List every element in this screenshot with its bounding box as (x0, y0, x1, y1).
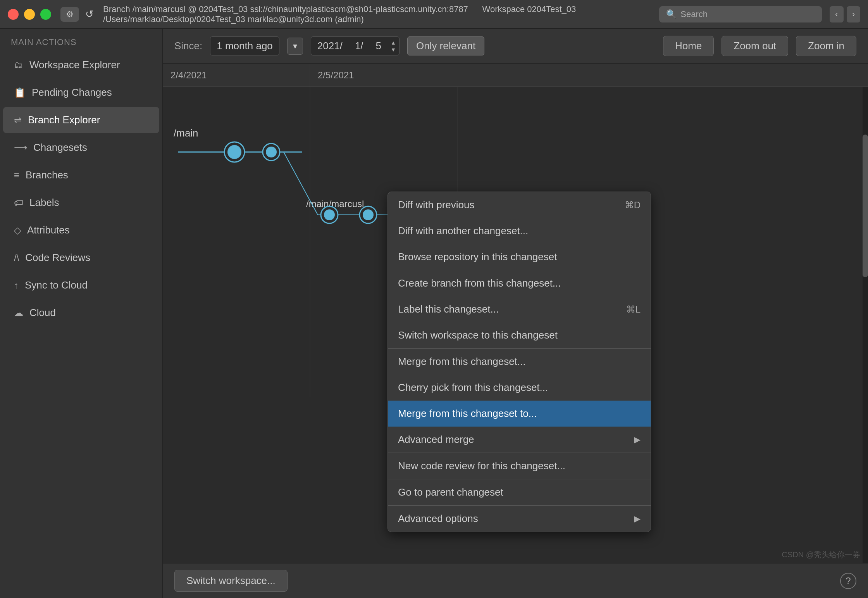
label-changeset-shortcut: ⌘L (626, 304, 641, 315)
only-relevant-button[interactable]: Only relevant (407, 36, 484, 55)
advanced-options-arrow: ▶ (634, 514, 641, 524)
date-month: 1/ (349, 37, 370, 55)
context-menu-diff-another[interactable]: Diff with another changeset... (388, 218, 651, 244)
switch-workspace-label: Switch workspace to this changeset (398, 329, 558, 341)
context-menu-section-6: Advanced options ▶ (388, 506, 651, 532)
svg-point-14 (363, 209, 374, 220)
sidebar-item-workspace-explorer[interactable]: 🗂 Workspace Explorer (3, 52, 159, 78)
since-label: Since: (174, 40, 202, 52)
context-menu-create-branch[interactable]: Create branch from this changeset... (388, 270, 651, 296)
context-menu-label-changeset[interactable]: Label this changeset... ⌘L (388, 296, 651, 322)
attributes-icon: ◇ (14, 225, 21, 236)
sidebar-item-changesets[interactable]: ⟶ Changesets (3, 135, 159, 161)
sidebar-label-attributes: Attributes (27, 224, 70, 236)
advanced-merge-arrow: ▶ (634, 435, 641, 445)
sidebar-label-branches: Branches (26, 169, 68, 181)
maximize-button[interactable] (40, 9, 51, 20)
branch-label: Branch (103, 4, 130, 14)
context-menu-switch-workspace[interactable]: Switch workspace to this changeset (388, 322, 651, 348)
minimize-button[interactable] (24, 9, 35, 20)
context-menu-browse-repo[interactable]: Browse repository in this changeset (388, 244, 651, 270)
merge-from-label: Merge from this changeset... (398, 356, 525, 368)
search-box[interactable]: 🔍 Search (659, 6, 822, 22)
advanced-options-label: Advanced options (398, 513, 478, 525)
scrollbar-thumb[interactable] (863, 135, 868, 277)
home-button[interactable]: Home (663, 36, 714, 56)
since-dropdown[interactable]: ▾ (287, 38, 303, 55)
sidebar-item-cloud[interactable]: ☁ Cloud (3, 300, 159, 326)
create-branch-label: Create branch from this changeset... (398, 277, 561, 289)
nav-forward-button[interactable]: › (847, 6, 860, 22)
label-changeset-label: Label this changeset... (398, 303, 499, 315)
cherry-pick-label: Cherry pick from this changeset... (398, 382, 548, 394)
sidebar-item-pending-changes[interactable]: 📋 Pending Changes (3, 80, 159, 105)
sidebar-label-workspace-explorer: Workspace Explorer (29, 59, 120, 71)
sidebar-item-sync-to-cloud[interactable]: ↑ Sync to Cloud (3, 272, 159, 298)
labels-icon: 🏷 (14, 197, 23, 208)
date-col-2: 2/5/2021 (310, 64, 457, 86)
context-menu-section-5: Go to parent changeset (388, 479, 651, 506)
sidebar-label-cloud: Cloud (29, 307, 56, 319)
zoom-out-button[interactable]: Zoom out (722, 36, 788, 56)
scrollbar-track[interactable] (863, 87, 868, 563)
pending-icon: 📋 (14, 87, 26, 98)
search-area: 🔍 Search ‹ › (659, 6, 860, 22)
toolbar: Since: 1 month ago ▾ 2021/ 1/ 5 ▲ ▼ Only… (163, 29, 868, 64)
bottom-bar: Switch workspace... ? (163, 563, 868, 598)
context-menu-go-to-parent[interactable]: Go to parent changeset (388, 479, 651, 505)
sync-icon: ↑ (14, 280, 19, 291)
sidebar: Main Actions 🗂 Workspace Explorer 📋 Pend… (0, 29, 163, 598)
help-button[interactable]: ? (840, 573, 856, 589)
date-spinbox-arrows[interactable]: ▲ ▼ (388, 39, 399, 53)
nav-arrows: ‹ › (830, 6, 860, 22)
gear-button[interactable]: ⚙ (60, 7, 79, 22)
context-menu-merge-to[interactable]: Merge from this changeset to... (388, 401, 651, 427)
search-input[interactable]: Search (680, 9, 708, 19)
context-menu-diff-previous[interactable]: Diff with previous ⌘D (388, 192, 651, 218)
context-menu-advanced-merge[interactable]: Advanced merge ▶ (388, 427, 651, 453)
context-menu-merge-from[interactable]: Merge from this changeset... (388, 349, 651, 375)
svg-point-11 (324, 209, 335, 220)
sidebar-section-label: Main Actions (0, 29, 162, 51)
sidebar-label-code-reviews: Code Reviews (25, 252, 90, 264)
context-menu-advanced-options[interactable]: Advanced options ▶ (388, 506, 651, 532)
merge-to-label: Merge from this changeset to... (398, 408, 537, 420)
context-menu-section-4: New code review for this changeset... (388, 453, 651, 479)
sidebar-item-labels[interactable]: 🏷 Labels (3, 190, 159, 216)
context-menu-new-code-review[interactable]: New code review for this changeset... (388, 453, 651, 479)
sidebar-item-branch-explorer[interactable]: ⇌ Branch Explorer (3, 107, 159, 133)
context-menu-section-3: Merge from this changeset... Cherry pick… (388, 349, 651, 453)
go-to-parent-label: Go to parent changeset (398, 486, 503, 498)
diff-another-label: Diff with another changeset... (398, 225, 528, 237)
main-content: Since: 1 month ago ▾ 2021/ 1/ 5 ▲ ▼ Only… (163, 29, 868, 598)
date-spinbox[interactable]: 2021/ 1/ 5 ▲ ▼ (311, 36, 400, 55)
switch-workspace-button[interactable]: Switch workspace... (174, 570, 288, 592)
context-menu-section-2: Create branch from this changeset... Lab… (388, 270, 651, 349)
app-body: Main Actions 🗂 Workspace Explorer 📋 Pend… (0, 29, 868, 598)
sidebar-label-pending-changes: Pending Changes (32, 86, 112, 99)
watermark: CSDN @秃头给你一券 (782, 550, 860, 560)
nav-back-button[interactable]: ‹ (830, 6, 843, 22)
date-year: 2021/ (311, 37, 349, 55)
context-menu-cherry-pick[interactable]: Cherry pick from this changeset... (388, 375, 651, 401)
sidebar-item-code-reviews[interactable]: /\ Code Reviews (3, 245, 159, 271)
diff-previous-shortcut: ⌘D (625, 200, 641, 211)
svg-point-9 (266, 147, 277, 157)
sidebar-label-sync-to-cloud: Sync to Cloud (25, 279, 88, 291)
branch-info: Branch /main/marcusl @ 0204Test_03 ssl:/… (103, 4, 659, 24)
date-col-rest (457, 64, 868, 86)
date-down-arrow[interactable]: ▼ (388, 46, 399, 53)
graph-area: 2/4/2021 2/5/2021 /main /main/marcusl (163, 64, 868, 563)
workspace-label: Workspace (482, 4, 525, 14)
traffic-lights (8, 9, 51, 20)
date-up-arrow[interactable]: ▲ (388, 39, 399, 46)
close-button[interactable] (8, 9, 19, 20)
diff-previous-label: Diff with previous (398, 199, 475, 211)
refresh-button[interactable]: ↺ (85, 8, 94, 20)
zoom-in-button[interactable]: Zoom in (796, 36, 856, 56)
browse-repo-label: Browse repository in this changeset (398, 251, 557, 263)
sidebar-item-branches[interactable]: ≡ Branches (3, 162, 159, 188)
sub-branch-label: /main/marcusl (306, 199, 364, 209)
sidebar-item-attributes[interactable]: ◇ Attributes (3, 217, 159, 243)
date-day: 5 (370, 37, 388, 55)
